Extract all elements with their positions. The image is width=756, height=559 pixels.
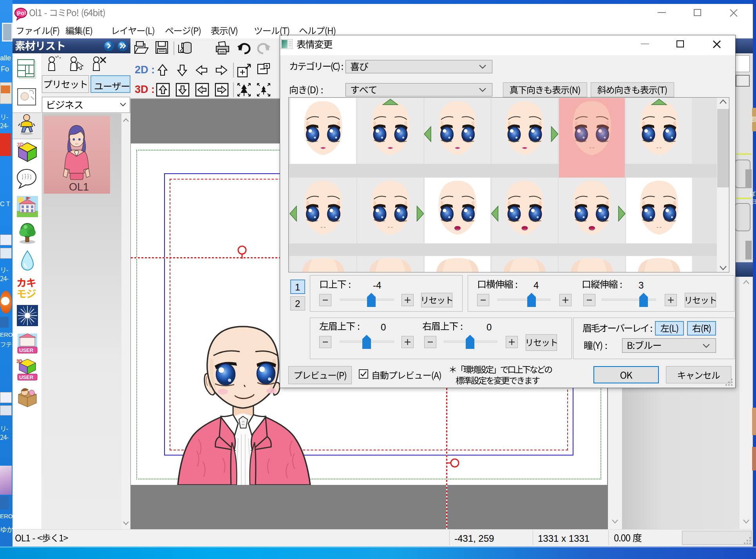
svg-text:USER: USER [19,347,34,353]
svg-text:USER: USER [19,374,34,380]
svg-text:3D: 3D [16,359,23,364]
svg-text:3D: 3D [17,142,24,148]
svg-text:Po!: Po! [16,9,27,17]
